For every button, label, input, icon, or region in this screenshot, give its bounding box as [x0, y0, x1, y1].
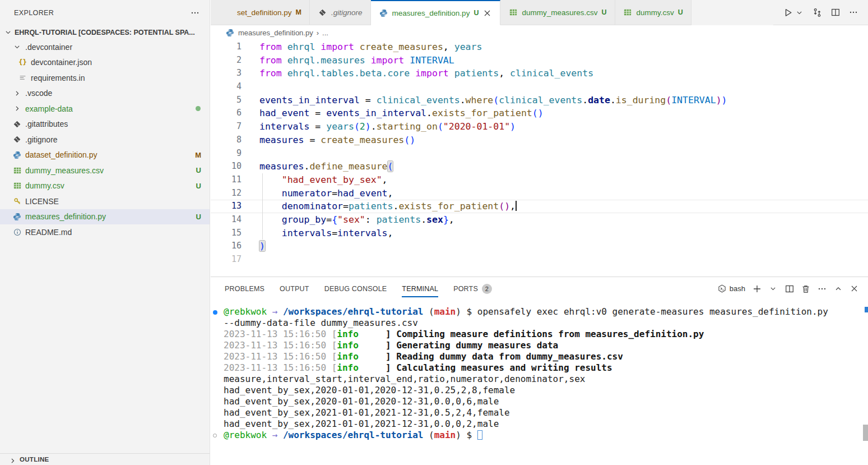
trash-icon[interactable] [801, 284, 810, 293]
more-actions-icon[interactable] [848, 8, 858, 17]
code-editor[interactable]: 1from ehrql import create_measures, year… [211, 40, 868, 277]
terminal-row: @rebkwok → /workspaces/ehrql-tutorial (m… [211, 430, 868, 441]
split-editor-icon[interactable] [830, 8, 840, 17]
explorer-sidebar: EXPLORER EHRQL-TUTORIAL [CODESPACES: POT… [0, 0, 210, 465]
run-icon[interactable] [783, 8, 793, 17]
code-text: numerator=had_event, [242, 187, 393, 200]
panel-tab-debug-console[interactable]: DEBUG CONSOLE [324, 277, 387, 300]
tab-label: set_definition.py [237, 8, 292, 17]
tab-git-badge: U [474, 9, 479, 17]
editor-tab-bar: set_definition.pyM.gitignoremeasures_def… [211, 0, 868, 25]
tab-label: dummy_measures.csv [522, 8, 597, 17]
code-text: from ehrql.tables.beta.core import patie… [242, 67, 593, 80]
terminal-cursor [477, 430, 482, 440]
terminal-row: had_event_by_sex,2021-01-01,2021-12-31,0… [211, 418, 868, 430]
file-label: devcontainer.json [31, 58, 92, 67]
tab-set-definition-py[interactable]: set_definition.pyM [211, 0, 310, 25]
vscode-window: EXPLORER EHRQL-TUTORIAL [CODESPACES: POT… [0, 0, 868, 465]
sidebar-file--gitattributes[interactable]: .gitattributes [0, 117, 210, 132]
more-actions-icon[interactable] [190, 8, 199, 17]
sidebar-file-dummy-csv[interactable]: dummy.csvU [0, 178, 210, 194]
tab-measures-definition-py[interactable]: measures_definition.pyU [371, 0, 501, 25]
explorer-title: EXPLORER [14, 9, 54, 17]
code-line-1: 1from ehrql import create_measures, year… [211, 40, 868, 54]
editor-actions [773, 0, 868, 25]
split-editor-icon[interactable] [785, 284, 794, 293]
workspace-root-label: EHRQL-TUTORIAL [CODESPACES: POTENTIAL SP… [15, 29, 195, 36]
workspace-root-row[interactable]: EHRQL-TUTORIAL [CODESPACES: POTENTIAL SP… [0, 25, 210, 39]
breadcrumb[interactable]: measures_definition.py › ... [211, 25, 868, 40]
file-label: example-data [25, 104, 73, 113]
line-number: 8 [211, 133, 242, 147]
tab-dummy-measures-csv[interactable]: dummy_measures.csvU [500, 0, 615, 25]
sidebar-folder-example-data[interactable]: example-data [0, 101, 210, 117]
more-actions-icon[interactable] [817, 284, 827, 293]
sidebar-file-license[interactable]: LICENSE [0, 194, 210, 209]
panel-tab-terminal[interactable]: TERMINAL [402, 277, 438, 300]
line-number: 3 [211, 67, 242, 80]
braces-icon: {} [18, 58, 27, 67]
sidebar-file-requirements-in[interactable]: requirements.in [0, 70, 210, 86]
tab-dummy-csv[interactable]: dummy.csvU [615, 0, 691, 25]
csv-icon [623, 8, 633, 17]
code-line-5: 5events_in_interval = clinical_events.wh… [211, 94, 868, 107]
file-label: .devcontainer [25, 43, 72, 52]
code-line-13: 13 denominator=patients.exists_for_patie… [211, 200, 868, 213]
sidebar-file--gitignore[interactable]: .gitignore [0, 132, 210, 148]
terminal[interactable]: @rebkwok → /workspaces/ehrql-tutorial (m… [211, 300, 868, 465]
python-icon [12, 212, 22, 222]
panel-tab-label: DEBUG CONSOLE [324, 285, 387, 293]
csv-icon [508, 8, 518, 17]
panel-tab-ports[interactable]: PORTS2 [453, 277, 492, 300]
file-label: dummy_measures.csv [25, 166, 104, 175]
code-text: from ehrql.measures import INTERVAL [242, 54, 454, 67]
tab--gitignore[interactable]: .gitignore [310, 0, 371, 25]
sidebar-file-dummy-measures-csv[interactable]: dummy_measures.csvU [0, 163, 210, 178]
panel-tab-output[interactable]: OUTPUT [280, 277, 309, 300]
sidebar-folder--devcontainer[interactable]: .devcontainer [0, 39, 210, 55]
plus-icon[interactable] [752, 284, 762, 293]
open-changes-icon[interactable] [813, 8, 822, 17]
panel-tab-problems[interactable]: PROBLEMS [225, 277, 264, 300]
shell-selector[interactable]: bash [717, 284, 745, 293]
breadcrumb-file[interactable]: measures_definition.py [238, 29, 313, 37]
tab-label: .gitignore [331, 8, 363, 17]
close-icon[interactable] [850, 284, 859, 293]
line-number: 12 [211, 187, 242, 200]
python-icon [12, 150, 22, 160]
code-line-2: 2from ehrql.measures import INTERVAL [211, 54, 868, 67]
tab-git-badge: M [296, 8, 301, 16]
line-number: 13 [211, 200, 242, 213]
file-label: requirements.in [31, 73, 85, 82]
terminal-row: @rebkwok → /workspaces/ehrql-tutorial (m… [211, 306, 868, 317]
chevron-right-icon [12, 89, 22, 98]
git-status-badge: U [196, 213, 201, 221]
info-icon [12, 227, 22, 237]
code-line-16: 16) [211, 240, 868, 253]
terminal-row: measure,interval_start,interval_end,rati… [211, 374, 868, 385]
chevron-down-icon[interactable] [795, 8, 804, 17]
file-label: LICENSE [25, 197, 59, 206]
terminal-row: had_event_by_sex,2020-01-01,2020-12-31,0… [211, 396, 868, 407]
sidebar-file-measures-definition-py[interactable]: measures_definition.pyU [0, 209, 210, 225]
outline-section-header[interactable]: OUTLINE [0, 453, 210, 465]
sidebar-file-readme-md[interactable]: README.md [0, 224, 210, 240]
code-text: from ehrql import create_measures, years [242, 40, 482, 54]
chevron-down-icon[interactable] [768, 284, 778, 293]
code-text [242, 80, 259, 94]
sidebar-folder--vscode[interactable]: .vscode [0, 86, 210, 102]
terminal-row: 2023-11-13 15:16:50 [info ] Reading dumm… [211, 351, 868, 362]
terminal-scrollbar-thumb[interactable] [863, 425, 868, 441]
line-number: 1 [211, 40, 242, 54]
close-icon[interactable] [482, 8, 492, 18]
sidebar-file-dataset-definition-py[interactable]: dataset_definition.pyM [0, 148, 210, 163]
file-label: .vscode [25, 89, 52, 98]
code-text: events_in_interval = clinical_events.whe… [242, 94, 727, 107]
chevron-right-icon [8, 456, 17, 465]
panel-tab-label: PROBLEMS [225, 285, 264, 293]
file-tree: .devcontainer{}devcontainer.jsonrequirem… [0, 39, 210, 240]
chevron-up-icon[interactable] [833, 284, 843, 293]
sidebar-file-devcontainer-json[interactable]: {}devcontainer.json [0, 55, 210, 71]
breadcrumb-more[interactable]: ... [322, 29, 328, 37]
code-line-12: 12 numerator=had_event, [211, 187, 868, 200]
